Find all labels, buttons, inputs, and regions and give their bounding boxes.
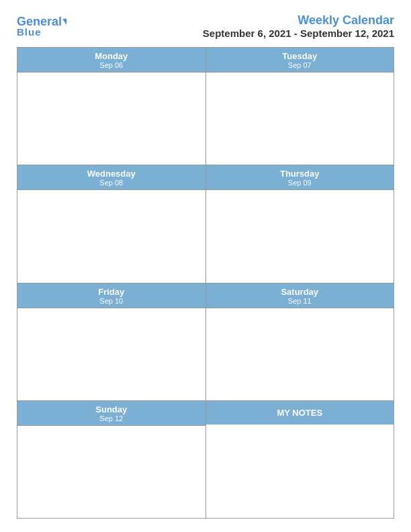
header: General Blue Weekly Calendar September 6…: [17, 13, 394, 39]
day-cell-saturday: SaturdaySep 11: [206, 283, 394, 400]
day-name: Sunday: [17, 404, 205, 414]
day-header-friday: FridaySep 10: [17, 283, 205, 308]
calendar-row-3: SundaySep 12MY NOTES: [17, 401, 394, 518]
day-name: Tuesday: [206, 51, 394, 61]
calendar-row-2: FridaySep 10SaturdaySep 11: [17, 283, 394, 401]
day-date: Sep 09: [206, 179, 394, 187]
day-cell-monday: MondaySep 06: [17, 48, 206, 165]
logo-triangle-icon: [62, 19, 66, 25]
day-header-tuesday: TuesdaySep 07: [206, 48, 394, 73]
day-header-saturday: SaturdaySep 11: [206, 283, 394, 308]
logo-blue-text: Blue: [17, 26, 42, 38]
page: General Blue Weekly Calendar September 6…: [0, 0, 411, 532]
day-date: Sep 11: [206, 297, 394, 305]
day-name: Thursday: [206, 169, 394, 179]
calendar-grid: MondaySep 06TuesdaySep 07WednesdaySep 08…: [17, 47, 394, 519]
notes-label: MY NOTES: [277, 408, 322, 418]
day-body: [206, 308, 394, 400]
day-date: Sep 07: [206, 61, 394, 69]
day-date: Sep 12: [17, 414, 205, 423]
day-body: [17, 308, 205, 400]
header-info: Weekly Calendar September 6, 2021 - Sept…: [203, 13, 394, 39]
day-name: Monday: [17, 51, 205, 61]
date-range: September 6, 2021 - September 12, 2021: [203, 28, 394, 39]
day-name: Saturday: [206, 287, 394, 297]
day-date: Sep 10: [17, 297, 205, 305]
calendar-row-0: MondaySep 06TuesdaySep 07: [17, 48, 394, 165]
day-name: Friday: [17, 287, 205, 297]
day-name: Wednesday: [17, 169, 205, 179]
day-cell-thursday: ThursdaySep 09: [206, 165, 394, 282]
day-cell-wednesday: WednesdaySep 08: [17, 165, 206, 282]
day-cell-sunday: SundaySep 12: [17, 401, 206, 518]
day-body: [206, 73, 394, 165]
notes-header: MY NOTES: [206, 401, 394, 425]
day-header-wednesday: WednesdaySep 08: [17, 165, 205, 190]
day-header-thursday: ThursdaySep 09: [206, 165, 394, 190]
notes-body: [206, 425, 394, 518]
logo: General Blue: [17, 15, 66, 38]
calendar-row-1: WednesdaySep 08ThursdaySep 09: [17, 165, 394, 283]
day-cell-tuesday: TuesdaySep 07: [206, 48, 394, 165]
day-cell-friday: FridaySep 10: [17, 283, 206, 400]
notes-cell: MY NOTES: [206, 401, 394, 518]
day-body: [17, 190, 205, 282]
day-date: Sep 06: [17, 61, 205, 69]
day-body: [17, 73, 205, 165]
day-body: [17, 426, 205, 518]
day-date: Sep 08: [17, 179, 205, 187]
day-body: [206, 190, 394, 282]
day-header-monday: MondaySep 06: [17, 48, 205, 73]
day-header-sunday: SundaySep 12: [17, 401, 205, 426]
calendar-title: Weekly Calendar: [203, 13, 394, 28]
